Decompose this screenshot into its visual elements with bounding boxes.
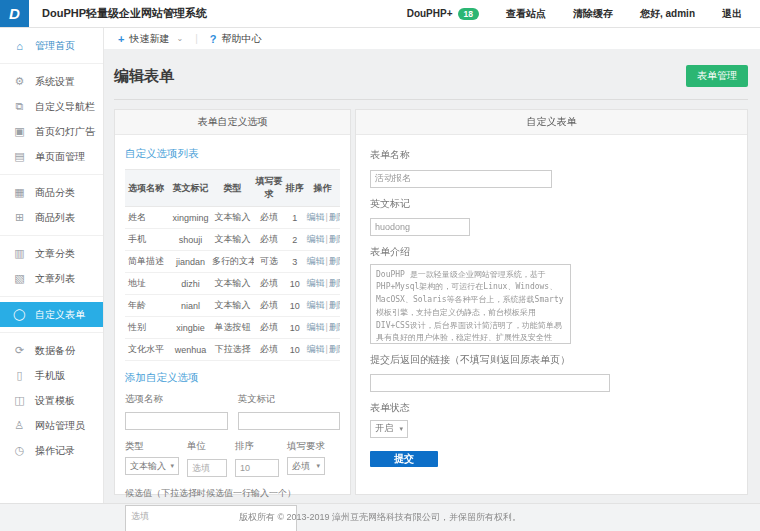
gear-icon: ⚙ [13,75,26,88]
sidebar-item-system-settings[interactable]: ⚙ 系统设置 [0,69,103,94]
cell-sort: 10 [284,339,306,361]
cell-required: 必填 [254,207,284,229]
cell-option-name: 年龄 [125,295,170,317]
col-sort: 排序 [284,170,306,207]
cell-required: 必填 [254,339,284,361]
edit-link[interactable]: 编辑 [307,256,325,266]
col-required: 填写要求 [254,170,284,207]
sidebar-item-label: 自定义表单 [35,308,85,322]
cell-option-name: 文化水平 [125,339,170,361]
delete-link[interactable]: 删除 [329,256,340,266]
sidebar-item-data-backup[interactable]: ⟳ 数据备份 [0,338,103,363]
sidebar-item-mobile-version[interactable]: ▯ 手机版 [0,363,103,388]
share-icon: ⧉ [13,100,26,113]
clear-cache-link[interactable]: 清除缓存 [573,7,613,21]
cell-sort: 10 [284,273,306,295]
ops-separator: | [326,300,328,310]
clock-icon: ◷ [13,444,26,457]
sidebar-item-custom-nav[interactable]: ⧉ 自定义导航栏 [0,94,103,119]
quick-create-label: 快速新建 [129,32,169,46]
sidebar-item-single-page[interactable]: ▤ 单页面管理 [0,144,103,169]
delete-link[interactable]: 删除 [329,322,340,332]
sidebar-item-label: 单页面管理 [35,150,85,164]
quick-create-menu[interactable]: + 快速新建 ⌄ [118,32,183,46]
cell-required: 必填 [254,317,284,339]
sidebar-item-dashboard[interactable]: ⌂ 管理首页 [0,33,103,58]
delete-link[interactable]: 删除 [329,300,340,310]
sidebar: ⌂ 管理首页 ⚙ 系统设置 ⧉ 自定义导航栏 ▣ 首页幻灯广告 ▤ 单页面管理 … [0,28,104,503]
help-center-label: 帮助中心 [221,32,261,46]
logout-link[interactable]: 退出 [722,7,742,21]
image-icon: ▣ [13,125,26,138]
cell-en-mark: dizhi [170,273,211,295]
sidebar-item-label: 文章列表 [35,272,75,286]
sidebar-item-article-category[interactable]: ▥ 文章分类 [0,241,103,266]
chevron-down-icon: ▾ [170,462,174,470]
delete-link[interactable]: 删除 [329,278,340,288]
sidebar-divider [0,296,103,297]
edit-link[interactable]: 编辑 [307,344,325,354]
cell-option-name: 姓名 [125,207,170,229]
help-center-link[interactable]: ? 帮助中心 [210,32,262,46]
form-name-input[interactable] [370,170,552,188]
col-type: 类型 [211,170,254,207]
en-mark-input[interactable] [238,412,341,430]
required-select-value: 必填 [292,460,310,473]
type-label: 类型 [125,440,179,453]
cell-ops: 编辑|删除 [306,207,340,229]
sidebar-item-product-category[interactable]: ▦ 商品分类 [0,180,103,205]
circle-icon: ◯ [13,308,26,321]
form-status-label: 表单状态 [370,401,733,415]
cell-option-name: 手机 [125,229,170,251]
edit-link[interactable]: 编辑 [307,278,325,288]
form-status-select[interactable]: 开启 ▾ [370,420,408,438]
unit-input[interactable] [187,459,227,477]
sidebar-item-article-list[interactable]: ▧ 文章列表 [0,266,103,291]
form-en-mark-input[interactable] [370,218,470,236]
sidebar-item-label: 商品列表 [35,211,75,225]
delete-link[interactable]: 删除 [329,234,340,244]
table-row: 姓名 xingming 文本输入 必填 1 编辑|删除 [125,207,340,229]
view-site-link[interactable]: 查看站点 [506,7,546,21]
refresh-icon: ⟳ [13,344,26,357]
sort-label: 排序 [235,440,279,453]
sidebar-item-custom-form[interactable]: ◯ 自定义表单 [0,302,103,327]
cell-ops: 编辑|删除 [306,339,340,361]
sidebar-item-home-banner[interactable]: ▣ 首页幻灯广告 [0,119,103,144]
sidebar-item-product-list[interactable]: ⊞ 商品列表 [0,205,103,230]
sidebar-item-site-admin[interactable]: ♙ 网站管理员 [0,413,103,438]
header-divider [114,99,748,100]
cell-required: 必填 [254,273,284,295]
delete-link[interactable]: 删除 [329,212,340,222]
cell-option-name: 性别 [125,317,170,339]
required-select[interactable]: 必填 ▾ [287,457,325,475]
quick-bar: + 快速新建 ⌄ | ? 帮助中心 [104,28,760,49]
edit-link[interactable]: 编辑 [307,234,325,244]
form-manage-button[interactable]: 表单管理 [686,65,748,87]
footer: 版权所有 © 2013-2019 漳州豆壳网络科技有限公司，并保留所有权利。 [0,503,760,531]
sidebar-divider [0,63,103,64]
delete-link[interactable]: 删除 [329,344,340,354]
sidebar-item-template-settings[interactable]: ◫ 设置模板 [0,388,103,413]
form-name-label: 表单名称 [370,148,733,162]
chevron-down-icon: ⌄ [176,34,183,43]
douphp-plus-link[interactable]: DouPHP+ 18 [407,8,479,20]
option-name-input[interactable] [125,412,228,430]
topbar-links: DouPHP+ 18 查看站点 清除缓存 您好, admin 退出 [407,7,760,21]
right-submit-button[interactable]: 提交 [370,451,438,467]
return-link-input[interactable] [370,374,610,392]
cell-option-name: 简单描述 [125,251,170,273]
current-user-label: 您好, admin [640,7,695,21]
sort-input[interactable] [235,459,279,477]
form-intro-textarea[interactable]: DouPHP 是一款轻量级企业网站管理系统，基于PHP+Mysql架构的，可运行… [370,264,571,344]
type-select[interactable]: 文本输入 ▾ [125,457,179,475]
sidebar-item-label: 手机版 [35,369,65,383]
table-row: 性别 xingbie 单选按钮 必填 10 编辑|删除 [125,317,340,339]
edit-link[interactable]: 编辑 [307,322,325,332]
edit-link[interactable]: 编辑 [307,300,325,310]
cell-type: 多行的文本 [211,251,254,273]
form-options-panel: 表单自定义选项 自定义选项列表 选项名称 英文标记 类型 填写要求 排序 [114,109,351,495]
ops-separator: | [326,212,328,222]
sidebar-item-operation-log[interactable]: ◷ 操作记录 [0,438,103,463]
edit-link[interactable]: 编辑 [307,212,325,222]
